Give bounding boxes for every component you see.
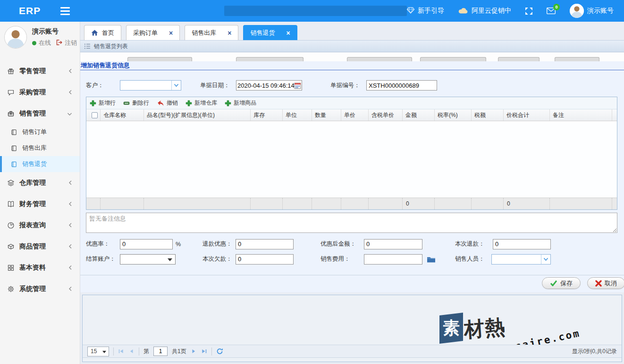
sidebar-item-products[interactable]: 商品管理 — [0, 236, 80, 257]
chevron-down-icon — [541, 255, 550, 264]
document-icon — [10, 161, 17, 168]
tab-sales-outbound[interactable]: 销售出库 × — [185, 25, 238, 40]
messages-button[interactable]: 0 — [547, 8, 556, 14]
refresh-button[interactable] — [216, 348, 223, 355]
list-panel-header: 销售退货列表 — [80, 40, 624, 52]
sidebar-item-sales-order[interactable]: 销售订单 — [0, 124, 80, 140]
document-icon — [10, 145, 17, 152]
dropdown-arrow-icon — [168, 258, 172, 261]
tab-bar: 首页 采购订单 × 销售出库 × 销售退货 × — [80, 22, 624, 40]
next-page-button[interactable] — [191, 348, 197, 354]
cancel-button[interactable]: 取消 — [587, 277, 624, 289]
col-tax-rate[interactable]: 税率(%) — [435, 109, 472, 121]
global-search-input[interactable] — [224, 6, 407, 16]
tab-purchase-order[interactable]: 采购订单 × — [126, 25, 180, 40]
sidebar-item-retail[interactable]: 零售管理 — [0, 60, 80, 82]
home-icon — [91, 30, 98, 36]
customer-select[interactable] — [120, 80, 181, 91]
number-label: 单据编号： — [330, 82, 366, 90]
chevron-left-icon — [68, 222, 72, 229]
col-qty[interactable]: 数量 — [312, 109, 341, 121]
grid-toolbar: 新增行 删除行 撤销 新增仓库 — [86, 97, 617, 109]
sidebar-item-reports[interactable]: 报表查询 — [0, 215, 80, 236]
last-page-button[interactable] — [201, 348, 207, 354]
sales-expense-input[interactable] — [364, 254, 422, 265]
fullscreen-icon[interactable] — [525, 8, 532, 15]
account-menu[interactable]: 演示账号 — [570, 4, 614, 18]
refund-discount-input[interactable] — [236, 239, 294, 249]
col-tax-price[interactable]: 含税单价 — [369, 109, 403, 121]
col-remark[interactable]: 备注 — [550, 109, 612, 121]
avatar — [570, 4, 584, 18]
grid-body-empty — [86, 121, 617, 198]
delete-row-button[interactable]: 删除行 — [123, 99, 149, 107]
chevron-left-icon — [68, 200, 72, 208]
sidebar-item-sales-return[interactable]: 销售退货 — [0, 156, 80, 172]
aliyun-promo-link[interactable]: 阿里云促销中 — [458, 7, 511, 15]
discount-rate-input[interactable] — [120, 239, 173, 249]
tab-home[interactable]: 首页 — [84, 25, 121, 40]
chevron-left-icon — [68, 67, 72, 75]
add-product-button[interactable]: 新增商品 — [225, 99, 256, 107]
document-icon — [10, 129, 17, 136]
page-size-select[interactable]: 15 — [87, 347, 109, 356]
pie-chart-icon — [7, 222, 15, 229]
close-icon[interactable]: × — [228, 30, 231, 36]
button-divider — [80, 275, 624, 275]
col-stock[interactable]: 库存 — [251, 109, 283, 121]
plus-icon — [225, 100, 231, 107]
hamburger-menu-icon[interactable] — [60, 7, 70, 15]
gear-icon — [7, 285, 15, 293]
cloud-icon — [458, 7, 468, 15]
sidebar-item-sales-outbound[interactable]: 销售出库 — [0, 140, 80, 156]
main-content: 首页 采购订单 × 销售出库 × 销售退货 × 销售退货列表 — [80, 22, 624, 364]
col-unit[interactable]: 单位 — [283, 109, 312, 121]
prev-page-button[interactable] — [128, 348, 135, 354]
guide-link[interactable]: 新手引导 — [407, 7, 444, 15]
page-number-input[interactable] — [153, 347, 168, 356]
check-icon — [550, 280, 557, 286]
settle-account-select[interactable] — [120, 254, 176, 265]
close-icon[interactable]: × — [169, 30, 173, 36]
col-warehouse[interactable]: 仓库名称 — [101, 109, 144, 121]
amount-total: 0 — [403, 198, 435, 209]
sidebar-item-sales[interactable]: 销售管理 — [0, 103, 80, 124]
after-discount-input[interactable] — [364, 239, 422, 249]
line-items-grid: 新增行 删除行 撤销 新增仓库 — [86, 97, 617, 210]
sidebar-item-purchasing[interactable]: 采购管理 — [0, 82, 80, 103]
sidebar-menu: 零售管理 采购管理 销售管理 销售订单 销售出库 — [0, 60, 80, 299]
chevron-left-icon — [68, 89, 72, 96]
this-debt-input[interactable] — [236, 254, 294, 265]
undo-button[interactable]: 撤销 — [157, 99, 178, 107]
sidebar-item-system[interactable]: 系统管理 — [0, 278, 80, 299]
message-count-badge: 0 — [553, 4, 560, 10]
col-total[interactable]: 价税合计 — [504, 109, 550, 121]
logout-link[interactable]: 注销 — [65, 39, 77, 47]
add-warehouse-button[interactable]: 新增仓库 — [186, 99, 217, 107]
this-refund-input[interactable] — [493, 239, 551, 249]
col-product[interactable]: 品名(型号)(扩展信息)(单位) — [144, 109, 251, 121]
page-prefix: 第 — [143, 347, 149, 356]
folder-icon[interactable] — [427, 256, 436, 263]
header-right-group: 新手引导 阿里云促销中 0 演示账号 — [407, 4, 624, 18]
close-icon[interactable]: × — [286, 30, 290, 36]
erp-app: ERP 新手引导 阿里云促销中 0 — [0, 0, 624, 364]
salesman-select[interactable] — [491, 254, 551, 265]
remark-textarea[interactable] — [86, 213, 617, 233]
tab-sales-return[interactable]: 销售退货 × — [243, 25, 297, 40]
app-logo: ERP — [19, 5, 41, 17]
after-discount-label: 优惠后金额： — [320, 240, 364, 248]
number-input[interactable] — [366, 80, 437, 91]
select-all-checkbox[interactable] — [92, 112, 98, 118]
date-input[interactable]: 2020-04-15 09:46:14 — [236, 80, 302, 91]
col-price[interactable]: 单价 — [341, 109, 369, 121]
this-refund-label: 本次退款： — [455, 240, 493, 248]
first-page-button[interactable] — [118, 348, 124, 354]
sidebar-item-finance[interactable]: 财务管理 — [0, 193, 80, 215]
col-tax[interactable]: 税额 — [472, 109, 504, 121]
sidebar-item-warehouse[interactable]: 仓库管理 — [0, 172, 80, 193]
save-button[interactable]: 保存 — [542, 277, 581, 289]
add-row-button[interactable]: 新增行 — [90, 99, 116, 107]
sidebar-item-basic-data[interactable]: 基本资料 — [0, 257, 80, 278]
col-amount[interactable]: 金额 — [403, 109, 435, 121]
